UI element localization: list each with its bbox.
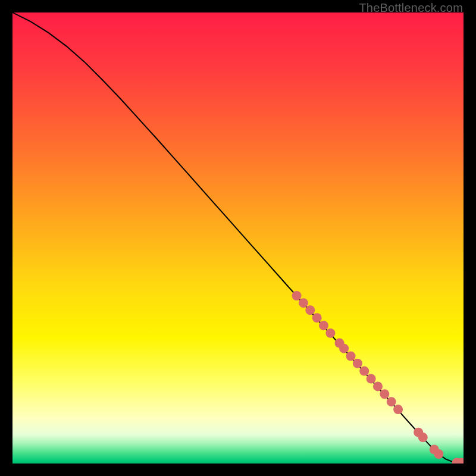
data-point xyxy=(325,328,335,338)
data-point xyxy=(319,321,328,330)
data-point xyxy=(387,397,396,406)
data-point xyxy=(373,381,383,391)
data-point xyxy=(367,374,376,384)
data-point xyxy=(299,298,308,308)
chart-svg xyxy=(12,12,464,464)
gradient-background xyxy=(12,12,464,464)
data-point xyxy=(393,405,403,414)
plot-area xyxy=(12,12,464,464)
data-point xyxy=(339,344,349,353)
data-point xyxy=(353,359,362,368)
data-point xyxy=(305,305,315,315)
data-point xyxy=(359,367,369,376)
data-point xyxy=(434,449,443,459)
data-point xyxy=(312,313,322,322)
data-point xyxy=(380,389,389,399)
chart-frame: TheBottleneck.com xyxy=(0,0,476,476)
data-point xyxy=(418,433,428,442)
data-point xyxy=(292,291,302,300)
data-point xyxy=(346,352,356,361)
